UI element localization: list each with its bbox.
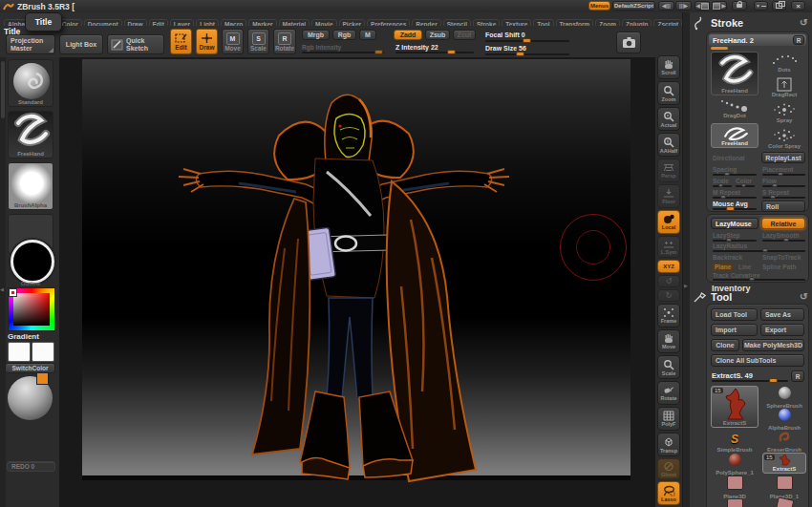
active-tool-thumbnail[interactable]: 15 ExtractS: [711, 386, 759, 428]
stroke-thumbnail[interactable]: FreeHand: [8, 111, 53, 158]
tool-item-pm3d-plane3d-1[interactable]: PM3D_Plane3D_1: [711, 498, 759, 507]
make-polymesh3d-button[interactable]: Make PolyMesh3D: [742, 339, 804, 351]
stroke-type-spray[interactable]: Spray: [762, 102, 806, 126]
restore-button[interactable]: [772, 1, 786, 11]
shelf-rotate-axis-2-button[interactable]: ↻: [657, 289, 680, 302]
snaptotrack-button[interactable]: SnapToTrack: [762, 254, 801, 261]
replay-last-button[interactable]: ReplayLast: [761, 152, 805, 163]
shelf-lsym-button[interactable]: L.Sym: [657, 236, 680, 258]
relative-button[interactable]: Relative: [761, 218, 805, 229]
canvas-viewport[interactable]: [59, 57, 655, 507]
shelf-transp-button[interactable]: Transp: [657, 433, 680, 456]
directional-button[interactable]: Directional: [713, 155, 745, 161]
m-repeat-slider[interactable]: M Repeat: [713, 189, 740, 196]
shelf-persp-button[interactable]: Persp: [657, 158, 680, 182]
stroke-refresh-icon[interactable]: ↺: [800, 17, 807, 28]
clone-button[interactable]: Clone: [711, 339, 739, 351]
backtrack-button[interactable]: Backtrack: [713, 254, 742, 261]
stroke-type-freehand-large[interactable]: FreeHand: [711, 52, 759, 95]
shelf-xyz-button[interactable]: XYZ: [657, 260, 680, 273]
shelf-polyf-button[interactable]: PolyF: [657, 407, 680, 431]
stroke-box-restore-button[interactable]: R: [793, 35, 804, 45]
shelf-scale-button[interactable]: Scale: [657, 355, 680, 379]
mrgb-button[interactable]: Mrgb: [302, 30, 330, 40]
shelf-aahalf-button[interactable]: AAHalf: [657, 133, 680, 157]
tray-collapse-arrow[interactable]: ◀: [0, 286, 4, 292]
shelf-ghost-button[interactable]: Ghost: [657, 458, 680, 479]
light-box-button[interactable]: Light Box: [59, 34, 103, 54]
redo-button[interactable]: REDO 0: [7, 461, 55, 472]
shelf-rotate-axis-1-button[interactable]: ↺: [657, 275, 680, 287]
lock-button[interactable]: [732, 1, 747, 11]
left-scrollbar[interactable]: [0, 57, 6, 507]
tool-item-plane3d-2[interactable]: Plane3D_2: [762, 498, 806, 507]
tool-item-plane3d[interactable]: Plane3D: [711, 475, 759, 497]
plane-button[interactable]: Plane: [713, 264, 733, 270]
color-swatch-alt[interactable]: [32, 342, 54, 362]
lazysmooth-slider[interactable]: LazySmooth: [762, 232, 800, 239]
scale-button[interactable]: S Scale: [247, 29, 269, 54]
shelf-scroll-button[interactable]: Scroll: [657, 55, 680, 79]
z-intensity-handle[interactable]: [447, 50, 456, 54]
stroke-box-mini-slider[interactable]: [711, 47, 728, 50]
sculpt-model[interactable]: [172, 76, 516, 487]
tool-item-plane3d-1[interactable]: Plane3D_1: [762, 475, 806, 497]
draw-size-handle[interactable]: [516, 52, 524, 56]
load-tool-button[interactable]: Load Tool: [711, 308, 758, 321]
shelf-lasso-button[interactable]: Lasso: [657, 481, 680, 505]
clone-all-subtools-button[interactable]: Clone All SubTools: [711, 354, 804, 367]
color-picker[interactable]: [8, 287, 55, 331]
lazymouse-button[interactable]: LazyMouse: [711, 218, 759, 229]
tool-item-extracts[interactable]: 15 ExtractS: [762, 453, 806, 474]
save-as-button[interactable]: Save As: [760, 308, 804, 321]
stroke-box-header[interactable]: FreeHand. 2 R: [709, 34, 806, 46]
close-button[interactable]: ×: [791, 1, 805, 11]
shelf-frame-button[interactable]: Frame: [657, 304, 680, 327]
m-button[interactable]: M: [359, 30, 376, 40]
focal-shift-handle[interactable]: [523, 38, 531, 43]
zcut-button[interactable]: Zcut: [453, 30, 476, 40]
spline-path-button[interactable]: Spline Path: [762, 264, 796, 270]
zsub-button[interactable]: Zsub: [425, 30, 450, 40]
tool-refresh-icon[interactable]: ↺: [800, 291, 807, 302]
move-button[interactable]: M Move: [222, 29, 244, 54]
zadd-button[interactable]: Zadd: [394, 30, 422, 40]
stroke-type-freehand-selected[interactable]: FreeHand: [711, 123, 759, 148]
color-swatch-main[interactable]: [8, 342, 31, 362]
line-button[interactable]: Line: [738, 264, 751, 270]
shelf-actual-button[interactable]: Actual: [657, 107, 680, 131]
tray-scroll-left-button[interactable]: ◀|||: [658, 1, 674, 11]
tool-item-spherebrush[interactable]: SphereBrush: [762, 386, 806, 406]
menus-button[interactable]: Menus: [588, 1, 610, 11]
projection-master-button[interactable]: Projection Master: [6, 34, 55, 54]
lazyradius-slider[interactable]: LazyRadius: [713, 243, 747, 249]
tool-item-eraserbrush[interactable]: EraserBrush: [762, 430, 806, 451]
import-button[interactable]: Import: [711, 324, 758, 336]
panel-shift-left-button[interactable]: ◀: [694, 1, 710, 11]
minimize-button[interactable]: ▼: [754, 1, 768, 11]
alpha-thumbnail[interactable]: BrushAlpha: [8, 162, 53, 210]
brush-thumbnail[interactable]: Standard: [8, 59, 53, 107]
tray-scroll-right-button[interactable]: |||▶: [675, 1, 692, 11]
tool-item-simplebrush[interactable]: S SimpleBrush: [711, 430, 759, 451]
color-ring[interactable]: [11, 240, 54, 284]
shelf-local-button[interactable]: Local: [657, 210, 680, 234]
stroke-type-dragdot[interactable]: DragDot: [711, 97, 759, 121]
tool-item-polysphere1[interactable]: PolySphere_1: [711, 453, 759, 474]
tool-item-alphabrush[interactable]: AlphaBrush: [762, 408, 806, 428]
quick-sketch-button[interactable]: Quick Sketch: [107, 34, 164, 54]
draw-button[interactable]: Draw: [196, 29, 218, 54]
panel-shift-right-button[interactable]: ▶: [712, 1, 727, 11]
stroke-type-dots[interactable]: Dots: [762, 52, 806, 75]
shelf-zoom-button[interactable]: Zoom: [657, 81, 680, 105]
shelf-rotate-button[interactable]: Rotate: [657, 381, 680, 405]
tray-expand-arrow[interactable]: ▶: [684, 283, 688, 288]
shelf-move-button[interactable]: Move: [657, 329, 680, 353]
default-zscript-button[interactable]: DefaultZScript: [612, 1, 655, 11]
export-button[interactable]: Export: [760, 324, 804, 336]
roll-button[interactable]: Roll: [761, 201, 805, 212]
rotate-button[interactable]: R Rotate: [273, 29, 296, 54]
s-repeat-slider[interactable]: S Repeat: [762, 189, 789, 196]
extract-restore-button[interactable]: R: [791, 370, 804, 382]
rgb-intensity-handle[interactable]: [374, 50, 383, 54]
